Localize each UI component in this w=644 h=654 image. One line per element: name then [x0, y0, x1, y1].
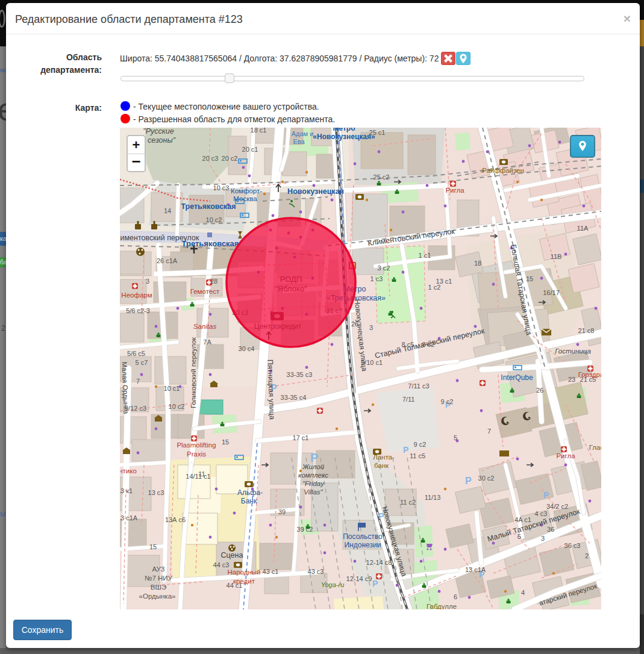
- svg-text:Sanitas: Sanitas: [193, 323, 217, 330]
- svg-text:Ригла: Ригла: [445, 187, 464, 194]
- svg-text:5: 5: [517, 533, 521, 540]
- svg-text:«Новокузнецкая»: «Новокузнецкая»: [313, 132, 375, 141]
- svg-text:11: 11: [198, 470, 205, 478]
- svg-text:Комфорт-: Комфорт-: [231, 187, 262, 195]
- svg-text:4: 4: [521, 589, 525, 596]
- svg-text:44 c3: 44 c3: [213, 561, 230, 568]
- svg-text:18 c1: 18 c1: [251, 128, 267, 134]
- svg-text:ВШЭ: ВШЭ: [151, 584, 166, 591]
- svg-text:21 c5: 21 c5: [580, 376, 596, 383]
- svg-text:17 c1: 17 c1: [293, 434, 309, 441]
- svg-text:Народный: Народный: [228, 568, 261, 576]
- svg-text:Москва: Москва: [233, 195, 257, 202]
- svg-text:15: 15: [526, 275, 533, 282]
- svg-text:Глас: Глас: [589, 444, 601, 451]
- svg-text:5/6 c5: 5/6 c5: [127, 350, 145, 357]
- svg-text:7A: 7A: [203, 338, 211, 346]
- svg-text:3: 3: [146, 278, 149, 285]
- svg-text:нтико: нтико: [120, 467, 137, 475]
- svg-text:Новокузнецкая: Новокузнецкая: [287, 187, 344, 196]
- svg-text:Посольство: Посольство: [343, 532, 383, 541]
- svg-text:5 c7: 5 c7: [136, 359, 148, 366]
- svg-text:11/13: 11/13: [425, 494, 441, 501]
- svg-text:34/2 c2: 34/2 c2: [546, 503, 568, 510]
- svg-text:44 c1: 44 c1: [227, 582, 243, 589]
- svg-text:26 c1A: 26 c1A: [157, 257, 178, 264]
- svg-text:36: 36: [547, 526, 554, 533]
- svg-text:P: P: [310, 451, 318, 464]
- svg-text:Гостиница: Гостиница: [555, 347, 591, 355]
- svg-text:11 c2: 11 c2: [400, 499, 416, 506]
- svg-text:43 c1: 43 c1: [263, 568, 279, 575]
- svg-text:9 c2: 9 c2: [441, 398, 454, 405]
- svg-text:33-35 c4: 33-35 c4: [281, 394, 307, 401]
- svg-text:43 c3: 43 c3: [308, 568, 324, 575]
- svg-text:1 c2: 1 c2: [428, 284, 441, 291]
- svg-text:13А c6: 13А c6: [165, 516, 186, 523]
- svg-text:3 c2: 3 c2: [378, 264, 390, 272]
- svg-text:Метро: Метро: [333, 128, 355, 132]
- svg-text:12-14 c8: 12-14 c8: [366, 559, 392, 566]
- svg-text:36 c3: 36 c3: [564, 542, 581, 549]
- svg-text:10 c2: 10 c2: [169, 403, 185, 410]
- svg-text:11 c5: 11 c5: [410, 452, 425, 459]
- svg-text:18: 18: [474, 260, 481, 267]
- svg-text:"Русские: "Русские: [143, 128, 174, 135]
- svg-text:26: 26: [536, 387, 543, 394]
- svg-text:33-35 c3: 33-35 c3: [287, 371, 313, 378]
- svg-text:28: 28: [210, 278, 217, 285]
- svg-text:6: 6: [454, 593, 457, 600]
- svg-text:9/12 c3: 9/12 c3: [125, 405, 146, 412]
- svg-text:7/11 c3: 7/11 c3: [408, 382, 429, 390]
- svg-text:Адам и: Адам и: [292, 130, 314, 137]
- svg-text:13 c1A: 13 c1A: [465, 566, 486, 573]
- svg-text:Индонезии: Индонезии: [345, 541, 381, 549]
- svg-text:Plasmolifting: Plasmolifting: [177, 441, 216, 449]
- svg-text:20 c2: 20 c2: [222, 155, 238, 162]
- svg-text:25 c1: 25 c1: [369, 129, 386, 136]
- svg-text:5: 5: [454, 434, 457, 441]
- svg-text:Райффайзен: Райффайзен: [482, 167, 524, 174]
- svg-text:№7 НИУ: №7 НИУ: [145, 575, 172, 582]
- svg-text:комплекс: комплекс: [298, 472, 328, 479]
- svg-text:16/17: 16/17: [543, 289, 560, 296]
- svg-text:Ева: Ева: [293, 138, 305, 145]
- svg-text:20 c1: 20 c1: [242, 146, 258, 153]
- svg-text:10 c2: 10 c2: [206, 216, 222, 223]
- svg-text:26: 26: [351, 320, 358, 328]
- svg-text:«Ордынка»: «Ордынка»: [139, 593, 176, 600]
- svg-text:25 c2: 25 c2: [374, 173, 390, 181]
- svg-text:39 c2: 39 c2: [297, 526, 313, 533]
- svg-text:30 c2: 30 c2: [478, 475, 495, 482]
- svg-text:АУЗ: АУЗ: [152, 565, 164, 573]
- svg-text:Сцена: Сцена: [221, 551, 243, 559]
- svg-text:Жилой: Жилой: [302, 463, 325, 470]
- svg-text:21 c8: 21 c8: [578, 327, 595, 334]
- svg-text:Неофарм: Неофарм: [121, 291, 152, 299]
- svg-text:P: P: [543, 490, 549, 500]
- svg-text:9 c2: 9 c2: [414, 441, 427, 448]
- svg-text:Третьяковская: Третьяковская: [182, 239, 239, 248]
- svg-text:13 к1: 13 к1: [120, 487, 133, 494]
- svg-text:P: P: [465, 476, 472, 486]
- svg-text:"Friday: "Friday: [302, 480, 325, 487]
- svg-text:4 c3: 4 c3: [535, 510, 548, 517]
- svg-text:39: 39: [278, 508, 286, 515]
- svg-text:15: 15: [149, 543, 157, 550]
- svg-text:Ригла: Ригла: [556, 452, 575, 459]
- svg-text:15: 15: [222, 438, 229, 446]
- svg-text:13 c1A: 13 c1A: [120, 514, 138, 522]
- svg-text:6: 6: [383, 507, 387, 514]
- svg-text:30 c4: 30 c4: [239, 345, 255, 352]
- svg-text:Альфа-: Альфа-: [237, 488, 263, 497]
- svg-text:Praxis: Praxis: [187, 450, 206, 458]
- svg-text:2: 2: [585, 552, 589, 559]
- svg-text:7: 7: [487, 428, 491, 435]
- svg-text:Yoga-ru: Yoga-ru: [321, 581, 345, 588]
- svg-text:банк: банк: [374, 462, 389, 469]
- svg-text:P: P: [403, 445, 408, 455]
- svg-text:23: 23: [568, 376, 575, 383]
- svg-text:11B: 11B: [551, 253, 562, 260]
- svg-text:Ланта-: Ланта-: [373, 453, 395, 461]
- svg-text:10 c3: 10 c3: [213, 184, 230, 192]
